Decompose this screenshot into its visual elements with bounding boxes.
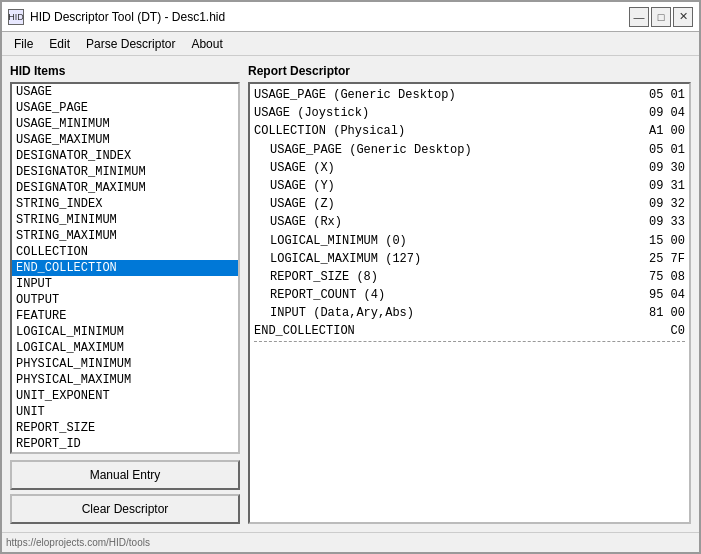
list-item[interactable]: LOGICAL_MAXIMUM [12,340,238,356]
list-item[interactable]: PHYSICAL_MAXIMUM [12,372,238,388]
descriptor-row: USAGE (Z)09 32 [254,195,685,213]
descriptor-value: 09 33 [649,214,685,230]
menu-item-about[interactable]: About [183,35,230,53]
left-panel: HID Items USAGEUSAGE_PAGEUSAGE_MINIMUMUS… [10,64,240,524]
descriptor-value: 05 01 [649,142,685,158]
close-button[interactable]: ✕ [673,7,693,27]
descriptor-label: USAGE_PAGE (Generic Desktop) [270,142,472,158]
clear-descriptor-button[interactable]: Clear Descriptor [10,494,240,524]
list-item[interactable]: DESIGNATOR_MINIMUM [12,164,238,180]
main-window: HID HID Descriptor Tool (DT) - Desc1.hid… [0,0,701,554]
list-item[interactable]: PHYSICAL_MINIMUM [12,356,238,372]
descriptor-label: END_COLLECTION [254,323,355,339]
descriptor-label: REPORT_COUNT (4) [270,287,385,303]
list-item[interactable]: USAGE_MAXIMUM [12,132,238,148]
descriptor-label: REPORT_SIZE (8) [270,269,378,285]
menu-item-file[interactable]: File [6,35,41,53]
descriptor-value: 15 00 [649,233,685,249]
list-item[interactable]: STRING_MINIMUM [12,212,238,228]
descriptor-row: REPORT_SIZE (8)75 08 [254,268,685,286]
window-controls: — □ ✕ [629,7,693,27]
descriptor-row: USAGE (Rx)09 33 [254,213,685,231]
descriptor-label: USAGE (Rx) [270,214,342,230]
list-item[interactable]: REPORT_SIZE [12,420,238,436]
descriptor-row: USAGE_PAGE (Generic Desktop)05 01 [254,141,685,159]
descriptor-label: COLLECTION (Physical) [254,123,405,139]
list-item[interactable]: OUTPUT [12,292,238,308]
descriptor-value: C0 [671,323,685,339]
right-panel: Report Descriptor USAGE_PAGE (Generic De… [248,64,691,524]
descriptor-row: REPORT_COUNT (4)95 04 [254,286,685,304]
descriptor-row: USAGE (Joystick)09 04 [254,104,685,122]
report-descriptor-title: Report Descriptor [248,64,691,78]
descriptor-row: END_COLLECTIONC0 [254,322,685,341]
descriptor-label: USAGE_PAGE (Generic Desktop) [254,87,456,103]
status-text: https://eloprojects.com/HID/tools [6,537,150,548]
window-title: HID Descriptor Tool (DT) - Desc1.hid [30,10,225,24]
descriptor-value: 09 31 [649,178,685,194]
descriptor-row: LOGICAL_MAXIMUM (127)25 7F [254,250,685,268]
minimize-button[interactable]: — [629,7,649,27]
title-bar-left: HID HID Descriptor Tool (DT) - Desc1.hid [8,9,225,25]
list-item[interactable]: UNIT [12,404,238,420]
descriptor-row: INPUT (Data,Ary,Abs)81 00 [254,304,685,322]
menu-item-edit[interactable]: Edit [41,35,78,53]
app-icon: HID [8,9,24,25]
content-area: HID Items USAGEUSAGE_PAGEUSAGE_MINIMUMUS… [2,56,699,532]
descriptor-label: INPUT (Data,Ary,Abs) [270,305,414,321]
list-item[interactable]: STRING_INDEX [12,196,238,212]
descriptor-value: 09 04 [649,105,685,121]
list-item[interactable]: LOGICAL_MINIMUM [12,324,238,340]
descriptor-value: 09 30 [649,160,685,176]
descriptor-container[interactable]: USAGE_PAGE (Generic Desktop)05 01USAGE (… [248,82,691,524]
list-item[interactable]: USAGE_PAGE [12,100,238,116]
list-item[interactable]: USAGE_MINIMUM [12,116,238,132]
descriptor-row: COLLECTION (Physical)A1 00 [254,122,685,140]
descriptor-row: LOGICAL_MINIMUM (0)15 00 [254,232,685,250]
list-item[interactable]: DESIGNATOR_MAXIMUM [12,180,238,196]
hid-items-scroll[interactable]: USAGEUSAGE_PAGEUSAGE_MINIMUMUSAGE_MAXIMU… [12,84,238,452]
descriptor-label: LOGICAL_MAXIMUM (127) [270,251,421,267]
manual-entry-button[interactable]: Manual Entry [10,460,240,490]
list-item[interactable]: STRING_MAXIMUM [12,228,238,244]
title-bar: HID HID Descriptor Tool (DT) - Desc1.hid… [2,2,699,32]
descriptor-row: USAGE_PAGE (Generic Desktop)05 01 [254,86,685,104]
descriptor-label: USAGE (X) [270,160,335,176]
descriptor-label: USAGE (Z) [270,196,335,212]
descriptor-row: USAGE (Y)09 31 [254,177,685,195]
descriptor-value: 81 00 [649,305,685,321]
descriptor-value: 95 04 [649,287,685,303]
descriptor-label: LOGICAL_MINIMUM (0) [270,233,407,249]
list-item[interactable]: INPUT [12,276,238,292]
descriptor-label: USAGE (Joystick) [254,105,369,121]
descriptor-value: 25 7F [649,251,685,267]
list-item[interactable]: COLLECTION [12,244,238,260]
hid-items-list-container: USAGEUSAGE_PAGEUSAGE_MINIMUMUSAGE_MAXIMU… [10,82,240,454]
list-item[interactable]: END_COLLECTION [12,260,238,276]
list-item[interactable]: UNIT_EXPONENT [12,388,238,404]
list-item[interactable]: REPORT_ID [12,436,238,452]
button-group: Manual Entry Clear Descriptor [10,460,240,524]
list-item[interactable]: USAGE [12,84,238,100]
list-item[interactable]: DESIGNATOR_INDEX [12,148,238,164]
status-bar: https://eloprojects.com/HID/tools [2,532,699,552]
menu-item-parse-descriptor[interactable]: Parse Descriptor [78,35,183,53]
descriptor-value: A1 00 [649,123,685,139]
descriptor-value: 75 08 [649,269,685,285]
list-item[interactable]: FEATURE [12,308,238,324]
descriptor-label: USAGE (Y) [270,178,335,194]
maximize-button[interactable]: □ [651,7,671,27]
descriptor-row: USAGE (X)09 30 [254,159,685,177]
hid-items-title: HID Items [10,64,240,78]
descriptor-value: 05 01 [649,87,685,103]
descriptor-value: 09 32 [649,196,685,212]
menubar: FileEditParse DescriptorAbout [2,32,699,56]
